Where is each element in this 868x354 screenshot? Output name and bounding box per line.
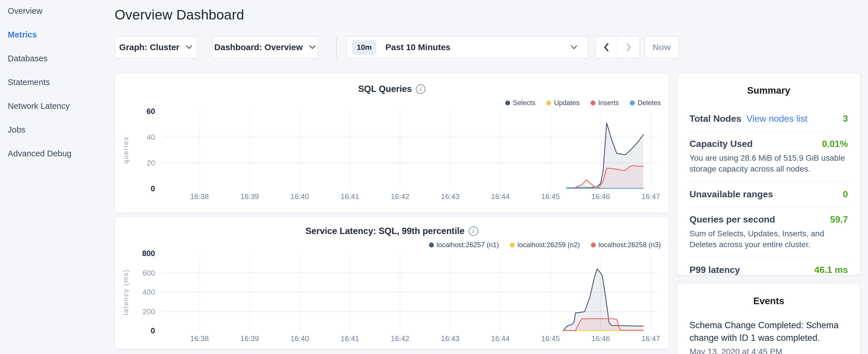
svg-text:16:44: 16:44 [491,334,509,343]
legend-dot [591,243,596,248]
summary-row-total-nodes: Total Nodes View nodes list 3 [689,106,848,131]
event-message: Schema Change Completed: Schema change w… [689,319,848,344]
svg-text:queries: queries [122,136,129,164]
svg-text:0: 0 [151,185,155,193]
sql-queries-plot[interactable]: 16:3816:3916:4016:4116:4216:4316:4416:45… [115,106,670,209]
svg-text:16:40: 16:40 [290,192,309,201]
time-step-back-button[interactable] [595,36,618,58]
sidebar-item-network-latency[interactable]: Network Latency [8,101,115,125]
svg-text:16:45: 16:45 [541,334,560,343]
svg-text:600: 600 [143,269,155,277]
now-button[interactable]: Now [645,36,679,58]
sidebar-item-statements[interactable]: Statements [8,77,115,101]
time-range-label: Past 10 Minutes [385,42,451,52]
chart-title: Service Latency: SQL, 99th percentile [306,226,465,236]
svg-text:16:46: 16:46 [591,334,610,343]
svg-text:16:39: 16:39 [240,192,259,201]
svg-text:800: 800 [142,249,155,258]
svg-text:200: 200 [143,307,155,316]
svg-text:16:43: 16:43 [441,334,459,343]
legend-dot [429,243,434,248]
info-icon[interactable]: i [416,84,426,94]
summary-row-value: 46.1 ms [814,265,848,275]
events-title: Events [677,296,860,307]
summary-row-description: You are using 28.6 MiB of 515.9 GiB usab… [689,153,848,174]
legend-dot [546,100,551,105]
summary-row-label: Queries per second [689,214,775,225]
legend-dot [510,243,515,248]
service-latency-chart-card: Service Latency: SQL, 99th percentile i … [115,217,669,349]
events-panel: Events Schema Change Completed: Schema c… [677,283,860,354]
chevron-down-icon [309,45,316,50]
svg-text:0: 0 [151,326,155,335]
svg-text:16:45: 16:45 [541,192,560,201]
svg-text:20: 20 [147,159,155,167]
sidebar-item-advanced-debug[interactable]: Advanced Debug [8,149,115,173]
summary-row-capacity-used: Capacity Used 0.01% You are using 28.6 M… [689,131,848,182]
svg-text:16:44: 16:44 [491,192,509,201]
page-title: Overview Dashboard [115,7,244,23]
graph-scope-label: Graph: Cluster [119,42,179,52]
overview-dashboard-page: { "sidebar": { "items": [ {"label": "Ove… [0,0,868,354]
summary-title: Summary [677,85,860,96]
svg-text:16:47: 16:47 [641,192,660,201]
legend-dot [591,100,595,105]
summary-row-label: Capacity Used [689,139,753,149]
sidebar-item-databases[interactable]: Databases [8,54,115,77]
svg-text:16:43: 16:43 [441,192,459,201]
dashboard-label: Dashboard: Overview [214,42,303,52]
summary-row-value: 0 [843,189,848,200]
svg-text:16:38: 16:38 [190,334,209,343]
legend-dot [630,100,635,105]
svg-text:16:39: 16:39 [240,334,259,343]
sidebar-item-overview[interactable]: Overview [8,6,115,30]
summary-row-label: Total Nodes [689,114,741,124]
sidebar-nav: Overview Metrics Databases Statements Ne… [0,0,115,354]
sql-queries-chart-card: SQL Queries i Selects Updates Inserts De… [115,73,669,213]
summary-row-queries-per-second: Queries per second 59.7 Sum of Selects, … [689,207,848,257]
svg-text:16:38: 16:38 [190,192,209,201]
svg-text:40: 40 [147,133,155,141]
legend-dot [505,100,510,105]
summary-row-label: Unavailable ranges [689,189,773,200]
chart-title: SQL Queries [358,84,412,94]
time-range-selector[interactable]: 10m Past 10 Minutes [346,36,588,58]
summary-row-value: 0.01% [822,139,848,149]
chevron-down-icon [570,45,578,50]
summary-row-value: 59.7 [830,214,848,225]
svg-text:400: 400 [143,288,155,296]
summary-row-label: P99 latency [689,265,740,275]
graph-scope-dropdown[interactable]: Graph: Cluster [115,36,197,58]
event-timestamp: May 13, 2020 at 4:45 PM [689,347,848,354]
sidebar-item-jobs[interactable]: Jobs [8,125,115,149]
time-step-forward-button[interactable] [618,36,640,58]
summary-row-p99-latency: P99 latency 46.1 ms [689,257,848,282]
summary-row-description: Sum of Selects, Updates, Inserts, and De… [689,228,848,250]
summary-row-value: 3 [843,114,848,124]
svg-text:16:42: 16:42 [391,334,409,343]
svg-text:16:41: 16:41 [340,334,359,343]
service-latency-plot[interactable]: 16:3816:3916:4016:4116:4216:4316:4416:45… [115,248,670,351]
summary-panel: Summary Total Nodes View nodes list 3 Ca… [677,73,860,275]
time-range-badge: 10m [352,40,376,55]
dashboard-dropdown[interactable]: Dashboard: Overview [212,36,318,58]
svg-text:latency (ms): latency (ms) [122,269,129,315]
svg-text:16:41: 16:41 [340,192,359,201]
sidebar-item-metrics[interactable]: Metrics [8,30,115,54]
svg-text:16:40: 16:40 [290,334,309,343]
svg-text:16:46: 16:46 [591,192,610,201]
svg-text:60: 60 [147,107,155,116]
chevron-down-icon [186,45,192,50]
controls-divider [336,36,337,58]
svg-text:16:42: 16:42 [391,192,409,201]
summary-row-unavailable-ranges: Unavailable ranges 0 [689,182,848,207]
svg-text:16:47: 16:47 [641,334,660,343]
event-item[interactable]: Schema Change Completed: Schema change w… [689,319,848,354]
time-step-buttons [595,36,640,58]
view-nodes-list-link[interactable]: View nodes list [746,114,808,124]
info-icon[interactable]: i [468,226,478,236]
